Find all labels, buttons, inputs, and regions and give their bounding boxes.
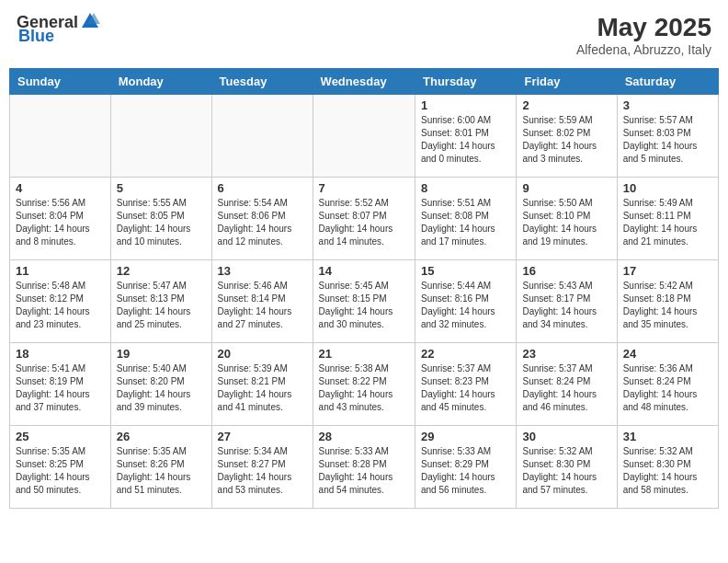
page-header: General Blue May 2025 Alfedena, Abruzzo,… <box>9 9 719 61</box>
calendar-cell: 20Sunrise: 5:39 AM Sunset: 8:21 PM Dayli… <box>211 343 313 426</box>
calendar-cell: 15Sunrise: 5:44 AM Sunset: 8:16 PM Dayli… <box>415 260 517 343</box>
day-info: Sunrise: 5:33 AM Sunset: 8:29 PM Dayligh… <box>421 445 510 497</box>
calendar-table: SundayMondayTuesdayWednesdayThursdayFrid… <box>9 68 719 509</box>
calendar-cell: 3Sunrise: 5:57 AM Sunset: 8:03 PM Daylig… <box>617 95 718 178</box>
calendar-cell: 26Sunrise: 5:35 AM Sunset: 8:26 PM Dayli… <box>110 426 211 509</box>
day-info: Sunrise: 5:59 AM Sunset: 8:02 PM Dayligh… <box>522 114 610 166</box>
calendar-header-monday: Monday <box>110 69 211 95</box>
day-number: 3 <box>623 98 712 112</box>
calendar-header-wednesday: Wednesday <box>313 69 415 95</box>
calendar-cell: 31Sunrise: 5:32 AM Sunset: 8:30 PM Dayli… <box>617 426 718 509</box>
calendar-cell: 7Sunrise: 5:52 AM Sunset: 8:07 PM Daylig… <box>313 178 415 260</box>
day-info: Sunrise: 5:32 AM Sunset: 8:30 PM Dayligh… <box>623 445 712 497</box>
calendar-cell: 17Sunrise: 5:42 AM Sunset: 8:18 PM Dayli… <box>617 260 718 343</box>
week-row-1: 4Sunrise: 5:56 AM Sunset: 8:04 PM Daylig… <box>10 178 719 260</box>
day-info: Sunrise: 5:46 AM Sunset: 8:14 PM Dayligh… <box>218 280 307 331</box>
calendar-cell: 12Sunrise: 5:47 AM Sunset: 8:13 PM Dayli… <box>110 260 211 343</box>
calendar-cell: 18Sunrise: 5:41 AM Sunset: 8:19 PM Dayli… <box>10 343 111 426</box>
day-info: Sunrise: 5:45 AM Sunset: 8:15 PM Dayligh… <box>319 280 409 331</box>
day-info: Sunrise: 5:35 AM Sunset: 8:25 PM Dayligh… <box>16 445 105 497</box>
day-number: 22 <box>421 347 510 361</box>
day-info: Sunrise: 5:34 AM Sunset: 8:27 PM Dayligh… <box>218 445 307 497</box>
calendar-cell: 4Sunrise: 5:56 AM Sunset: 8:04 PM Daylig… <box>10 178 111 260</box>
day-number: 21 <box>319 347 409 361</box>
day-number: 11 <box>16 264 105 278</box>
calendar-cell: 14Sunrise: 5:45 AM Sunset: 8:15 PM Dayli… <box>313 260 415 343</box>
week-row-4: 25Sunrise: 5:35 AM Sunset: 8:25 PM Dayli… <box>10 426 719 509</box>
month-year-title: May 2025 <box>576 13 711 42</box>
week-row-3: 18Sunrise: 5:41 AM Sunset: 8:19 PM Dayli… <box>10 343 719 426</box>
calendar-cell: 27Sunrise: 5:34 AM Sunset: 8:27 PM Dayli… <box>211 426 313 509</box>
day-number: 5 <box>117 181 206 195</box>
day-number: 31 <box>623 430 712 443</box>
calendar-cell: 30Sunrise: 5:32 AM Sunset: 8:30 PM Dayli… <box>517 426 617 509</box>
calendar-cell: 13Sunrise: 5:46 AM Sunset: 8:14 PM Dayli… <box>211 260 313 343</box>
calendar-cell: 5Sunrise: 5:55 AM Sunset: 8:05 PM Daylig… <box>110 178 211 260</box>
day-number: 4 <box>16 181 105 195</box>
calendar-cell: 23Sunrise: 5:37 AM Sunset: 8:24 PM Dayli… <box>517 343 617 426</box>
calendar-cell <box>10 95 111 178</box>
day-number: 27 <box>218 430 307 443</box>
day-info: Sunrise: 5:51 AM Sunset: 8:08 PM Dayligh… <box>421 197 510 248</box>
calendar-header-saturday: Saturday <box>617 69 718 95</box>
day-info: Sunrise: 5:42 AM Sunset: 8:18 PM Dayligh… <box>623 280 712 331</box>
calendar-cell: 1Sunrise: 6:00 AM Sunset: 8:01 PM Daylig… <box>415 95 517 178</box>
day-info: Sunrise: 5:49 AM Sunset: 8:11 PM Dayligh… <box>623 197 712 248</box>
day-number: 28 <box>319 430 409 443</box>
day-number: 6 <box>218 181 307 195</box>
day-info: Sunrise: 5:56 AM Sunset: 8:04 PM Dayligh… <box>16 197 105 248</box>
calendar-header-sunday: Sunday <box>10 69 111 95</box>
day-number: 24 <box>623 347 712 361</box>
calendar-cell <box>110 95 211 178</box>
day-info: Sunrise: 5:37 AM Sunset: 8:24 PM Dayligh… <box>522 362 610 414</box>
logo-icon <box>80 11 100 31</box>
calendar-cell: 19Sunrise: 5:40 AM Sunset: 8:20 PM Dayli… <box>110 343 211 426</box>
calendar-cell: 10Sunrise: 5:49 AM Sunset: 8:11 PM Dayli… <box>617 178 718 260</box>
day-number: 26 <box>117 430 206 443</box>
day-number: 23 <box>522 347 610 361</box>
day-info: Sunrise: 5:54 AM Sunset: 8:06 PM Dayligh… <box>218 197 307 248</box>
day-number: 9 <box>522 181 610 195</box>
calendar-cell: 2Sunrise: 5:59 AM Sunset: 8:02 PM Daylig… <box>517 95 617 178</box>
day-info: Sunrise: 5:40 AM Sunset: 8:20 PM Dayligh… <box>117 362 206 414</box>
day-info: Sunrise: 5:52 AM Sunset: 8:07 PM Dayligh… <box>319 197 409 248</box>
calendar-cell: 16Sunrise: 5:43 AM Sunset: 8:17 PM Dayli… <box>517 260 617 343</box>
day-number: 29 <box>421 430 510 443</box>
location-subtitle: Alfedena, Abruzzo, Italy <box>576 42 711 57</box>
day-number: 17 <box>623 264 712 278</box>
day-number: 30 <box>522 430 610 443</box>
logo: General Blue <box>17 13 100 46</box>
day-info: Sunrise: 5:39 AM Sunset: 8:21 PM Dayligh… <box>218 362 307 414</box>
day-info: Sunrise: 5:50 AM Sunset: 8:10 PM Dayligh… <box>522 197 610 248</box>
week-row-0: 1Sunrise: 6:00 AM Sunset: 8:01 PM Daylig… <box>10 95 719 178</box>
day-info: Sunrise: 5:35 AM Sunset: 8:26 PM Dayligh… <box>117 445 206 497</box>
calendar-cell: 9Sunrise: 5:50 AM Sunset: 8:10 PM Daylig… <box>517 178 617 260</box>
calendar-header-friday: Friday <box>517 69 617 95</box>
day-number: 14 <box>319 264 409 278</box>
day-number: 15 <box>421 264 510 278</box>
day-info: Sunrise: 5:47 AM Sunset: 8:13 PM Dayligh… <box>117 280 206 331</box>
day-info: Sunrise: 5:33 AM Sunset: 8:28 PM Dayligh… <box>319 445 409 497</box>
day-number: 16 <box>522 264 610 278</box>
day-info: Sunrise: 5:43 AM Sunset: 8:17 PM Dayligh… <box>522 280 610 331</box>
calendar-cell <box>313 95 415 178</box>
day-info: Sunrise: 5:55 AM Sunset: 8:05 PM Dayligh… <box>117 197 206 248</box>
calendar-cell: 25Sunrise: 5:35 AM Sunset: 8:25 PM Dayli… <box>10 426 111 509</box>
calendar-cell: 29Sunrise: 5:33 AM Sunset: 8:29 PM Dayli… <box>415 426 517 509</box>
calendar-cell: 6Sunrise: 5:54 AM Sunset: 8:06 PM Daylig… <box>211 178 313 260</box>
day-info: Sunrise: 5:38 AM Sunset: 8:22 PM Dayligh… <box>319 362 409 414</box>
calendar-cell: 24Sunrise: 5:36 AM Sunset: 8:24 PM Dayli… <box>617 343 718 426</box>
calendar-cell: 8Sunrise: 5:51 AM Sunset: 8:08 PM Daylig… <box>415 178 517 260</box>
calendar-cell <box>211 95 313 178</box>
calendar-cell: 22Sunrise: 5:37 AM Sunset: 8:23 PM Dayli… <box>415 343 517 426</box>
calendar-cell: 28Sunrise: 5:33 AM Sunset: 8:28 PM Dayli… <box>313 426 415 509</box>
day-info: Sunrise: 5:32 AM Sunset: 8:30 PM Dayligh… <box>522 445 610 497</box>
day-number: 25 <box>16 430 105 443</box>
day-number: 12 <box>117 264 206 278</box>
day-number: 8 <box>421 181 510 195</box>
day-number: 19 <box>117 347 206 361</box>
day-info: Sunrise: 5:57 AM Sunset: 8:03 PM Dayligh… <box>623 114 712 166</box>
day-number: 13 <box>218 264 307 278</box>
calendar-header-tuesday: Tuesday <box>211 69 313 95</box>
day-number: 18 <box>16 347 105 361</box>
